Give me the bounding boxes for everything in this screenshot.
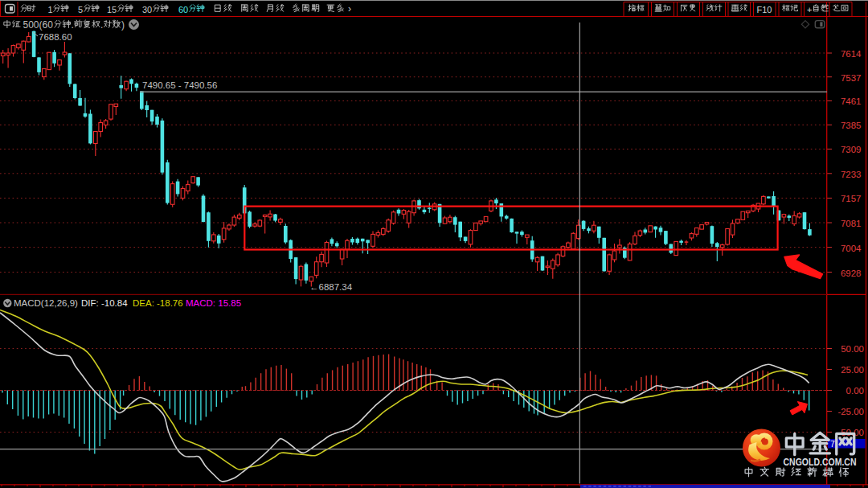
svg-text:F10: F10: [757, 5, 772, 14]
svg-text:7490.65 - 7490.56: 7490.65 - 7490.56: [142, 80, 217, 90]
svg-text:DEA: -18.76: DEA: -18.76: [133, 298, 183, 308]
svg-text:←6887.34: ←6887.34: [309, 282, 353, 292]
svg-text:.: .: [72, 19, 74, 31]
svg-text:30: 30: [142, 5, 152, 14]
svg-text:0.00: 0.00: [846, 386, 864, 396]
svg-text:.: .: [100, 19, 103, 31]
svg-text:7233: 7233: [841, 170, 862, 179]
svg-text:7385: 7385: [841, 121, 862, 130]
svg-text:7537: 7537: [841, 73, 862, 83]
svg-text:1: 1: [48, 5, 53, 14]
svg-text:-50.00: -50.00: [837, 428, 864, 437]
svg-text:5: 5: [78, 5, 83, 14]
svg-text:7004: 7004: [841, 244, 862, 253]
svg-text:DIF: -10.84: DIF: -10.84: [81, 298, 128, 308]
svg-text:60: 60: [178, 5, 188, 14]
svg-text:50.00: 50.00: [841, 344, 864, 354]
svg-text:7309: 7309: [841, 145, 862, 154]
svg-text:15: 15: [107, 5, 117, 14]
svg-text:-25.00: -25.00: [837, 407, 864, 416]
svg-text:7: 7: [830, 439, 835, 449]
svg-text:7461: 7461: [841, 96, 862, 106]
svg-text:CNGOLD.COM.CN: CNGOLD.COM.CN: [784, 457, 857, 468]
svg-text:7081: 7081: [841, 219, 862, 228]
svg-text:): ): [121, 19, 125, 31]
svg-text:MACD: 15.85: MACD: 15.85: [186, 298, 241, 308]
svg-text:7688.60: 7688.60: [39, 32, 72, 42]
svg-text:+: +: [807, 5, 812, 14]
svg-text:500(60: 500(60: [23, 19, 54, 31]
svg-text:›: ›: [348, 3, 351, 14]
svg-text:25.00: 25.00: [841, 365, 864, 375]
svg-text:7157: 7157: [841, 194, 862, 203]
svg-text:7614: 7614: [841, 49, 862, 59]
svg-text:6928: 6928: [841, 269, 862, 278]
svg-text:MACD(12,26,9): MACD(12,26,9): [14, 298, 78, 308]
